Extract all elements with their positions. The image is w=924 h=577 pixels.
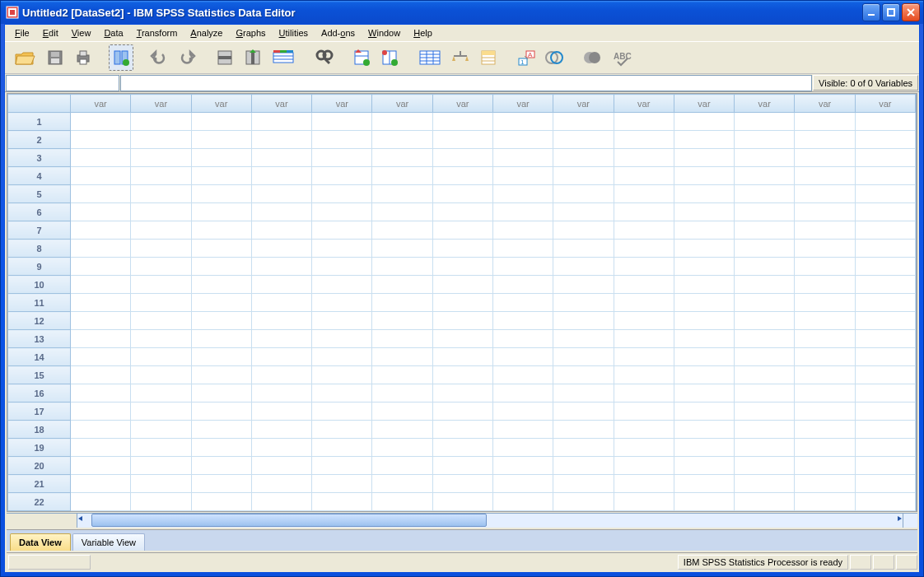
grid-cell[interactable]: [432, 294, 492, 312]
grid-cell[interactable]: [131, 276, 191, 294]
grid-cell[interactable]: [614, 493, 674, 511]
grid-cell[interactable]: [795, 131, 855, 149]
grid-cell[interactable]: [191, 384, 251, 403]
grid-cell[interactable]: [735, 185, 795, 203]
column-header[interactable]: var: [251, 95, 311, 113]
grid-cell[interactable]: [674, 457, 734, 475]
grid-cell[interactable]: [432, 131, 492, 149]
grid-cell[interactable]: [432, 203, 492, 221]
grid-cell[interactable]: [492, 131, 553, 149]
grid-cell[interactable]: [372, 185, 432, 203]
grid-cell[interactable]: [735, 366, 795, 384]
grid-cell[interactable]: [372, 384, 432, 403]
grid-cell[interactable]: [191, 258, 251, 276]
grid-cell[interactable]: [251, 203, 311, 221]
grid-cell[interactable]: [71, 203, 131, 221]
grid-cell[interactable]: [674, 149, 734, 167]
grid-cell[interactable]: [251, 403, 311, 421]
grid-cell[interactable]: [312, 493, 372, 511]
grid-cell[interactable]: [855, 185, 915, 203]
grid-cell[interactable]: [553, 475, 614, 493]
menu-file[interactable]: Fdocument.currentScript.previousElementS…: [8, 26, 36, 40]
grid-cell[interactable]: [191, 475, 251, 493]
grid-cell[interactable]: [492, 457, 553, 475]
grid-cell[interactable]: [432, 221, 492, 240]
grid-cell[interactable]: [674, 294, 734, 312]
grid-cell[interactable]: [131, 113, 191, 131]
grid-cell[interactable]: [674, 240, 734, 258]
grid-cell[interactable]: [251, 493, 311, 511]
grid-cell[interactable]: [131, 149, 191, 167]
column-header[interactable]: var: [71, 95, 131, 113]
grid-cell[interactable]: [735, 312, 795, 330]
grid-cell[interactable]: [735, 457, 795, 475]
grid-cell[interactable]: [191, 403, 251, 421]
grid-cell[interactable]: [191, 421, 251, 439]
grid-cell[interactable]: [674, 348, 734, 366]
grid-cell[interactable]: [251, 113, 311, 131]
grid-cell[interactable]: [553, 312, 614, 330]
grid-cell[interactable]: [251, 131, 311, 149]
row-header[interactable]: 1: [8, 113, 71, 131]
use-sets-button[interactable]: [542, 44, 567, 71]
grid-cell[interactable]: [735, 167, 795, 185]
grid-cell[interactable]: [131, 221, 191, 240]
grid-cell[interactable]: [71, 185, 131, 203]
grid-cell[interactable]: [795, 276, 855, 294]
grid-cell[interactable]: [795, 167, 855, 185]
grid-cell[interactable]: [795, 312, 855, 330]
grid-cell[interactable]: [855, 330, 915, 348]
grid-cell[interactable]: [432, 421, 492, 439]
grid-cell[interactable]: [71, 312, 131, 330]
grid-cell[interactable]: [855, 131, 915, 149]
grid-cell[interactable]: [553, 276, 614, 294]
grid-cell[interactable]: [312, 384, 372, 403]
grid-cell[interactable]: [795, 113, 855, 131]
grid-cell[interactable]: [191, 240, 251, 258]
menu-utilities[interactable]: Utilities: [273, 26, 315, 40]
insert-variable-button[interactable]: [377, 44, 402, 71]
grid-cell[interactable]: [191, 167, 251, 185]
grid-cell[interactable]: [735, 493, 795, 511]
scroll-left-button[interactable]: [77, 514, 84, 523]
variables-button[interactable]: [268, 44, 298, 71]
row-header[interactable]: 13: [8, 330, 71, 348]
scroll-right-button[interactable]: [896, 514, 903, 523]
grid-cell[interactable]: [795, 330, 855, 348]
grid-cell[interactable]: [312, 185, 372, 203]
grid-cell[interactable]: [795, 366, 855, 384]
grid-cell[interactable]: [855, 258, 915, 276]
grid-cell[interactable]: [191, 493, 251, 511]
select-cases-button[interactable]: [476, 44, 501, 71]
grid-cell[interactable]: [674, 203, 734, 221]
grid-cell[interactable]: [855, 366, 915, 384]
grid-cell[interactable]: [795, 294, 855, 312]
grid-cell[interactable]: [312, 149, 372, 167]
grid-cell[interactable]: [614, 457, 674, 475]
menu-transform[interactable]: Transform: [130, 26, 184, 40]
grid-cell[interactable]: [191, 113, 251, 131]
grid-cell[interactable]: [614, 312, 674, 330]
grid-cell[interactable]: [735, 475, 795, 493]
grid-cell[interactable]: [251, 258, 311, 276]
grid-cell[interactable]: [855, 493, 915, 511]
grid-corner[interactable]: [8, 95, 71, 113]
grid-cell[interactable]: [432, 312, 492, 330]
grid-cell[interactable]: [674, 330, 734, 348]
grid-cell[interactable]: [131, 475, 191, 493]
grid-cell[interactable]: [735, 203, 795, 221]
grid-cell[interactable]: [614, 384, 674, 403]
row-header[interactable]: 20: [8, 457, 71, 475]
grid-cell[interactable]: [251, 276, 311, 294]
grid-cell[interactable]: [674, 185, 734, 203]
grid-cell[interactable]: [553, 366, 614, 384]
vertical-scrollbar[interactable]: [916, 94, 917, 511]
grid-cell[interactable]: [614, 276, 674, 294]
grid-cell[interactable]: [674, 258, 734, 276]
grid-cell[interactable]: [614, 330, 674, 348]
grid-cell[interactable]: [855, 421, 915, 439]
grid-cell[interactable]: [553, 113, 614, 131]
grid-cell[interactable]: [312, 330, 372, 348]
column-header[interactable]: var: [492, 95, 553, 113]
menu-analyze[interactable]: Analyze: [184, 26, 229, 40]
